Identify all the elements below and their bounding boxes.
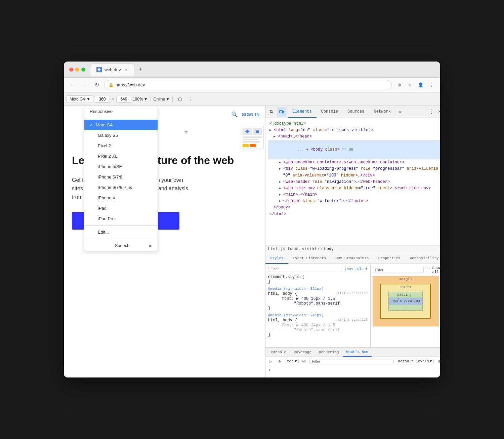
device-selector[interactable]: Moto G4 ▼ — [67, 95, 93, 103]
tab-elements[interactable]: Elements — [288, 106, 317, 118]
menu-button[interactable]: ⋮ — [427, 80, 436, 90]
console-filter-input[interactable] — [309, 359, 394, 364]
devtools-more-button[interactable]: ⋮ — [427, 109, 436, 115]
padding-box: padding − 360 × 7729.700 − — [388, 292, 423, 311]
dropdown-ipad[interactable]: iPad — [84, 203, 158, 213]
console-context-select[interactable]: top ▼ — [285, 359, 299, 364]
back-button[interactable]: ← — [68, 80, 77, 90]
cast-button[interactable]: ⊕ — [394, 80, 404, 90]
bookmark-button[interactable]: ☆ — [405, 80, 415, 90]
console-body[interactable]: › — [265, 366, 440, 377]
devtools-close-button[interactable]: × — [436, 109, 440, 115]
html-line-body-close: </body> — [268, 204, 440, 211]
thumb-line-2 — [243, 139, 258, 140]
zoom-selector[interactable]: 100% ▼ — [133, 97, 148, 102]
bottom-tab-whats-new[interactable]: What's New — [343, 348, 372, 357]
dropdown-pixel2[interactable]: Pixel 2 — [84, 141, 158, 151]
url-text: https://web.dev — [116, 82, 387, 87]
svg-rect-2 — [256, 130, 259, 133]
styles-tab-properties[interactable]: Properties — [374, 253, 405, 264]
close-button[interactable] — [69, 68, 73, 72]
dropdown-pixel2xl[interactable]: Pixel 2 XL — [84, 151, 158, 161]
styles-filter-input[interactable] — [268, 266, 343, 272]
browser-tab[interactable]: web.dev × — [91, 64, 134, 76]
dropdown-iphonex[interactable]: iPhone X — [84, 193, 158, 203]
styles-tab-event-listeners[interactable]: Event Listeners — [288, 253, 331, 264]
dropdown-edit[interactable]: Edit... — [84, 227, 158, 237]
bottom-tab-console[interactable]: Console — [267, 348, 290, 357]
css-media-1: @media (min-width: 321px) — [268, 287, 368, 291]
tab-console[interactable]: Console — [317, 106, 343, 118]
thumb-lines — [243, 136, 262, 143]
zoom-value: 100% — [133, 97, 143, 102]
minimize-button[interactable] — [75, 68, 79, 72]
dropdown-iphone5se[interactable]: iPhone 5/SE — [84, 161, 158, 172]
dropdown-edit-label: Edit... — [98, 230, 109, 235]
svg-rect-4 — [283, 111, 284, 113]
site-thumbnail — [241, 126, 264, 149]
thumb-grid — [243, 128, 262, 135]
dropdown-responsive[interactable]: Responsive — [84, 106, 158, 117]
width-input[interactable] — [95, 96, 110, 103]
tab-network[interactable]: Network — [369, 106, 395, 118]
show-all-checkbox[interactable] — [426, 268, 430, 272]
network-value: Online — [154, 97, 165, 102]
more-options-button[interactable]: ⋮ — [186, 94, 196, 104]
dropdown-moto-g4[interactable]: ✓ Moto G4 — [84, 120, 158, 130]
console-block-icon[interactable]: ⊘ — [276, 358, 283, 365]
styles-tab-styles[interactable]: Styles — [265, 253, 288, 264]
dropdown-ipadpro-label: iPad Pro — [98, 216, 115, 221]
console-eye-icon[interactable]: 👁 — [301, 358, 307, 365]
console-tab-bar: Console Coverage Rendering What's New × — [265, 348, 440, 357]
breadcrumb-html[interactable]: html.js-focus-visible — [268, 247, 319, 251]
dropdown-iphone678plus[interactable]: iPhone 6/7/8 Plus — [84, 182, 158, 193]
console-close-button[interactable]: × — [440, 350, 440, 355]
computed-filter-input[interactable] — [373, 267, 424, 273]
search-icon[interactable]: 🔍 — [231, 111, 238, 118]
tab-elements-label: Elements — [292, 109, 312, 114]
network-selector[interactable]: Online ▼ — [154, 97, 170, 102]
bottom-tab-coverage[interactable]: Coverage — [290, 348, 315, 357]
dropdown-ipadpro[interactable]: iPad Pro — [84, 213, 158, 224]
sign-in-button[interactable]: SIGN IN — [242, 112, 260, 117]
bottom-tab-rendering[interactable]: Rendering — [316, 348, 342, 357]
add-style-button[interactable]: + — [365, 266, 368, 272]
styles-tab-dom-breakpoints[interactable]: DOM Breakpoints — [331, 253, 374, 264]
html-line-body[interactable]: ... ▼ <body class> == $0 — [268, 140, 440, 160]
breadcrumb-body[interactable]: body — [324, 247, 334, 251]
device-label: Moto G4 — [70, 97, 85, 102]
new-tab-button[interactable]: + — [136, 65, 145, 74]
console-settings-icon[interactable]: ⚙ — [436, 358, 440, 365]
dropdown-galaxy-s5[interactable]: Galaxy S5 — [84, 130, 158, 141]
capture-screenshot-button[interactable]: ⬡ — [175, 94, 185, 104]
css-rule-media1: @media (min-width: 321px) html, body { _… — [268, 287, 368, 311]
css-prop-font1: font: ▶ 400 16px / 1.5 — [268, 296, 368, 301]
bottom-tab-whats-new-label: What's New — [346, 350, 368, 354]
responsive-mode-icon[interactable] — [277, 107, 286, 117]
dropdown-iphone678[interactable]: iPhone 6/7/8 — [84, 172, 158, 182]
refresh-button[interactable]: ↻ — [92, 80, 101, 90]
inspect-element-icon[interactable] — [267, 107, 276, 117]
margin-box: margin − border − padding − — [373, 276, 438, 326]
console-clear-icon[interactable]: ▷ — [267, 358, 274, 365]
dropdown-speech[interactable]: Speech ▶ — [84, 240, 158, 251]
css-selector-element: element.style { — [268, 275, 368, 279]
nav-bar: ← → ↻ 🔒 https://web.dev ⊕ ☆ 👤 ⋮ — [64, 78, 440, 92]
address-bar[interactable]: 🔒 https://web.dev — [104, 80, 392, 90]
tab-favicon-icon — [96, 67, 102, 72]
tab-close-button[interactable]: × — [123, 67, 129, 72]
zoom-arrow: ▼ — [144, 97, 148, 102]
computed-filter-row: Show all — [373, 266, 440, 274]
styles-tab-accessibility[interactable]: Accessibility — [405, 253, 440, 264]
forward-button[interactable]: → — [80, 80, 89, 90]
maximize-button[interactable] — [81, 68, 85, 72]
class-toggle-button[interactable]: .cls — [355, 267, 364, 271]
more-tabs-button[interactable]: » — [396, 109, 404, 115]
html-viewer[interactable]: <!doctype html> ▶ <html lang="en" class=… — [265, 118, 440, 245]
height-input[interactable] — [116, 96, 131, 103]
account-button[interactable]: 👤 — [416, 80, 425, 90]
console-levels-select[interactable]: Default levels ▼ — [396, 359, 434, 364]
hover-state-button[interactable]: :hov — [344, 267, 353, 271]
tab-sources[interactable]: Sources — [343, 106, 369, 118]
nav-actions: ⊕ ☆ 👤 ⋮ — [394, 80, 436, 90]
